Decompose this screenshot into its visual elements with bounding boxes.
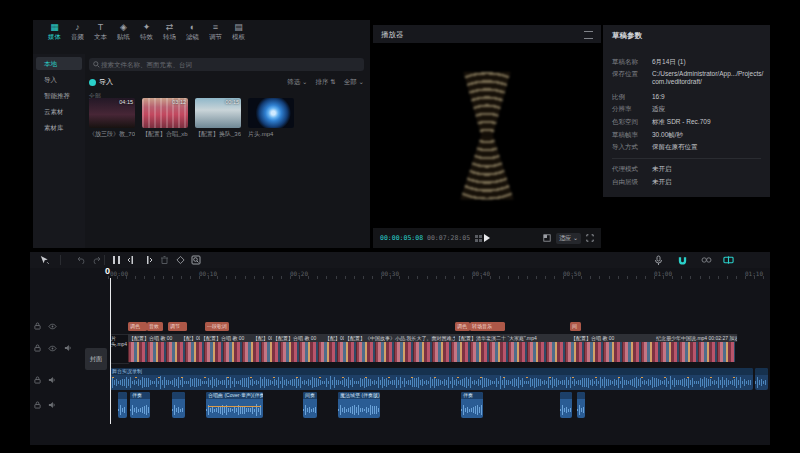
marker-clip[interactable]: 调色 bbox=[128, 322, 147, 331]
media-card[interactable]: 03:12 【配置】合唱_xb.mp4 bbox=[142, 98, 188, 139]
recognize-icon[interactable] bbox=[190, 254, 202, 266]
undo-icon[interactable] bbox=[76, 254, 88, 266]
media-tab[interactable]: ♪ 音频 bbox=[66, 22, 89, 41]
media-tab[interactable]: ◈ 贴纸 bbox=[112, 22, 135, 41]
eye-icon[interactable] bbox=[48, 323, 57, 330]
marker-clip[interactable]: 间 bbox=[570, 322, 581, 331]
marker-clip[interactable]: 一段歌词 bbox=[205, 322, 229, 331]
media-sidebar-item[interactable]: 本地 bbox=[36, 57, 82, 70]
mute-icon[interactable] bbox=[48, 376, 56, 384]
timeline-panel: 00:0000:1000:2000:3000:4000:5001:0001:10… bbox=[30, 252, 770, 445]
media-card-thumbnail: 04:15 bbox=[89, 98, 135, 128]
draft-row-value[interactable]: 标准 SDR - Rec.709 bbox=[652, 118, 711, 127]
marker-clip[interactable]: 调节 bbox=[168, 322, 187, 331]
select-tool-dropdown[interactable] bbox=[38, 254, 50, 266]
draft-row-value[interactable]: 适应 bbox=[652, 105, 665, 114]
draft-row-value[interactable]: C:/Users/Administrator/App.../Projects/c… bbox=[652, 70, 764, 86]
frame-grid-icon[interactable] bbox=[475, 235, 482, 242]
cover-button[interactable]: 封面 bbox=[85, 348, 107, 370]
audio-clip[interactable]: 间奏 bbox=[303, 392, 317, 418]
fullscreen-icon[interactable] bbox=[586, 234, 594, 242]
draft-row-value[interactable]: 未开启 bbox=[652, 178, 672, 187]
draft-row-value[interactable]: 30.00帧/秒 bbox=[652, 131, 683, 140]
video-clip[interactable]: 【配置】合唱 教 00 bbox=[128, 334, 183, 342]
video-clip[interactable]: 【配置】合唱 教 00 bbox=[200, 334, 255, 342]
audio-waveform bbox=[461, 404, 483, 416]
record-mic-icon[interactable] bbox=[652, 254, 664, 266]
audio-clip[interactable]: 伴奏 bbox=[461, 392, 483, 418]
audio-clip[interactable] bbox=[560, 392, 572, 418]
redo-icon[interactable] bbox=[90, 254, 102, 266]
delete-icon[interactable] bbox=[158, 254, 170, 266]
media-tab[interactable]: ◐ 滤镜 bbox=[181, 22, 204, 41]
playhead[interactable] bbox=[110, 278, 111, 424]
media-tab[interactable]: ⇄ 转场 bbox=[158, 22, 181, 41]
lock-icon[interactable] bbox=[34, 376, 41, 384]
play-button[interactable] bbox=[484, 234, 490, 242]
media-tab[interactable]: ▦ 媒体 bbox=[43, 22, 66, 41]
media-tab[interactable]: ≡ 调节 bbox=[204, 22, 227, 41]
sort-button[interactable]: 排序 ⇅ bbox=[315, 78, 335, 87]
media-tab-icon: ◈ bbox=[120, 22, 127, 33]
fit-dropdown[interactable]: 适应 ⌄ bbox=[556, 233, 581, 244]
audio-clip[interactable]: 魔法城堡 (伴奏版) bbox=[338, 392, 380, 418]
media-tab[interactable]: T 文本 bbox=[89, 22, 112, 41]
video-clip[interactable]: 【配置】合唱 教 00 bbox=[272, 334, 327, 342]
video-clip[interactable]: 纪念册少年中国说.mp4 00:02:27 加速 bbox=[655, 334, 738, 342]
freeze-frame-icon[interactable] bbox=[174, 254, 186, 266]
import-icon bbox=[89, 79, 96, 86]
audio-clip[interactable]: 合唱曲 (Cover·童声)(伴奏) bbox=[206, 392, 263, 418]
draft-row-value[interactable]: 未开启 bbox=[652, 165, 672, 174]
media-sidebar-item[interactable]: 素材库 bbox=[36, 121, 82, 134]
video-thumbnail-strip[interactable] bbox=[128, 342, 735, 362]
marker-clip[interactable]: 调色 bbox=[455, 322, 470, 331]
media-card[interactable]: 片头.mp4 bbox=[248, 98, 294, 139]
filter-dropdown[interactable]: 筛选 ⌄ bbox=[287, 78, 307, 87]
media-sidebar-item[interactable]: 导入 bbox=[36, 73, 82, 86]
mute-icon[interactable] bbox=[48, 401, 56, 409]
all-dropdown[interactable]: 全部 ⌄ bbox=[344, 78, 364, 87]
import-button-label: 导入 bbox=[99, 77, 113, 87]
media-tab-icon: ≡ bbox=[213, 22, 218, 33]
timeline-ruler[interactable]: 00:0000:1000:2000:3000:4000:5001:0001:10 bbox=[30, 268, 770, 280]
draft-row-label: 自由层级 bbox=[612, 178, 652, 187]
video-clip[interactable]: 【配置】合唱 教 00 bbox=[570, 334, 658, 342]
draft-row-value[interactable]: 16:9 bbox=[652, 93, 665, 102]
audio-clip-label: 伴奏 bbox=[130, 392, 150, 399]
media-tab[interactable]: ▤ 模板 bbox=[227, 22, 250, 41]
draft-row-value[interactable]: 保留在原有位置 bbox=[652, 143, 698, 152]
trim-left-icon[interactable] bbox=[126, 254, 138, 266]
import-button[interactable]: 导入 bbox=[89, 77, 113, 87]
trim-right-icon[interactable] bbox=[142, 254, 154, 266]
scale-icon[interactable] bbox=[543, 234, 551, 242]
player-viewport[interactable] bbox=[373, 43, 601, 228]
audio-clip[interactable]: 伴奏 bbox=[130, 392, 150, 418]
link-toggle-icon[interactable] bbox=[700, 254, 712, 266]
media-sidebar-item[interactable]: 云素材 bbox=[36, 105, 82, 118]
video-clip[interactable]: 【配置】《中国故事》小品,我长大了。面对困难,无惧.mp4 00:30:2 调色 bbox=[344, 334, 458, 342]
media-tab-icon: ⇄ bbox=[166, 22, 174, 33]
magnet-toggle-icon[interactable] bbox=[676, 254, 688, 266]
split-icon[interactable] bbox=[110, 254, 122, 266]
lock-icon[interactable] bbox=[34, 344, 41, 352]
media-tab[interactable]: ✦ 特效 bbox=[135, 22, 158, 41]
media-sidebar-item[interactable]: 智能推荐 bbox=[36, 89, 82, 102]
media-card[interactable]: 00:15 【配置】换队_365.mp4 bbox=[195, 98, 241, 139]
mute-icon[interactable] bbox=[64, 344, 72, 352]
draft-row-value[interactable]: 6月14日 (1) bbox=[652, 58, 686, 67]
marker-clip[interactable]: 转场音乐 bbox=[470, 322, 505, 331]
search-input[interactable]: 搜索文件名称、画面元素、台词 bbox=[89, 58, 364, 71]
audio-main-tail-clip[interactable] bbox=[755, 368, 768, 390]
preview-axis-toggle-icon[interactable] bbox=[722, 254, 734, 266]
lock-icon[interactable] bbox=[34, 401, 41, 409]
audio-main-clip[interactable]: 舞台实况录制 bbox=[110, 368, 753, 390]
lock-icon[interactable] bbox=[34, 322, 41, 330]
player-menu-icon[interactable] bbox=[584, 31, 593, 39]
audio-clip[interactable] bbox=[577, 392, 585, 418]
audio-clip[interactable] bbox=[118, 392, 127, 418]
video-clip[interactable]: 【配置】清华老演二十 “大家庭”.mp4 bbox=[455, 334, 573, 342]
media-card[interactable]: 04:15 《放三段》教_704.mp4 bbox=[89, 98, 135, 139]
marker-clip[interactable]: 音效 bbox=[147, 322, 163, 331]
audio-clip[interactable] bbox=[172, 392, 185, 418]
eye-icon[interactable] bbox=[48, 345, 57, 352]
